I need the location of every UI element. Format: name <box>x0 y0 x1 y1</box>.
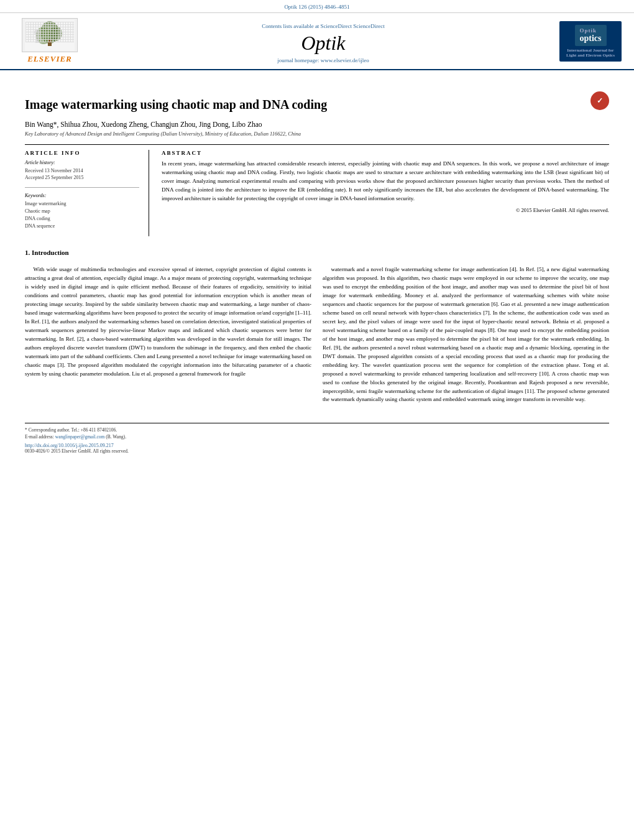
history-title: Article history: <box>25 160 139 165</box>
journal-homepage: journal homepage: www.elsevier.de/ijleo <box>87 57 559 63</box>
journal-name: Optik <box>87 32 559 55</box>
svg-point-2 <box>36 27 51 44</box>
svg-point-1 <box>40 21 59 44</box>
svg-rect-0 <box>25 20 75 51</box>
svg-point-5 <box>34 29 40 35</box>
section1-title: 1. Introduction <box>25 249 609 256</box>
keyword-2: Chaotic map <box>25 208 139 215</box>
intro-col1-text: With wide usage of multimedia technologi… <box>25 265 311 378</box>
article-info-label: ARTICLE INFO <box>25 150 139 156</box>
accepted-date: Accepted 25 September 2015 <box>25 174 139 181</box>
body-two-col: With wide usage of multimedia technologi… <box>25 265 609 404</box>
body-col-left: With wide usage of multimedia technologi… <box>25 265 311 404</box>
keyword-4: DNA sequence <box>25 223 139 230</box>
keyword-1: Image watermarking <box>25 200 139 208</box>
contents-available: Contents lists available at ScienceDirec… <box>87 19 559 32</box>
elsevier-name: ELSEVIER <box>27 54 72 64</box>
footer-issn: 0030-4026/© 2015 Elsevier GmbH. All righ… <box>25 448 609 454</box>
authors: Bin Wang*, Shihua Zhou, Xuedong Zheng, C… <box>25 121 609 128</box>
svg-rect-6 <box>35 35 39 43</box>
optik-logo-inner: Optik optics <box>575 25 607 46</box>
keywords-group: Keywords: Image watermarking Chaotic map… <box>25 193 139 230</box>
elsevier-image <box>22 18 78 52</box>
article-info: ARTICLE INFO Article history: Received 1… <box>25 150 149 236</box>
corresponding-author: * Corresponding author. Tel.: +86 411 87… <box>25 427 609 434</box>
optik-logo: Optik optics International Journal for L… <box>559 21 622 62</box>
body-col-right: watermark and a novel fragile watermarki… <box>323 265 609 404</box>
introduction-section: 1. Introduction With wide usage of multi… <box>25 249 609 404</box>
main-content: Image watermarking using chaotic map and… <box>0 70 634 466</box>
journal-title-center: Contents lists available at ScienceDirec… <box>87 19 559 63</box>
article-history-group: Article history: Received 13 November 20… <box>25 160 139 181</box>
footer-doi: http://dx.doi.org/10.1016/j.ijleo.2015.0… <box>25 443 609 448</box>
received-date: Received 13 November 2014 <box>25 167 139 174</box>
intro-col2-text: watermark and a novel fragile watermarki… <box>323 265 609 404</box>
email-note: E-mail address: wanglinpaper@gmail.com (… <box>25 434 609 441</box>
page-footer: * Corresponding author. Tel.: +86 411 87… <box>25 423 609 454</box>
abstract-section: ABSTRACT In recent years, image watermar… <box>162 150 609 236</box>
svg-point-3 <box>50 26 62 41</box>
abstract-label: ABSTRACT <box>162 150 609 156</box>
article-meta-section: ARTICLE INFO Article history: Received 1… <box>25 144 609 236</box>
svg-text:✓: ✓ <box>597 96 603 105</box>
keyword-3: DNA coding <box>25 215 139 223</box>
abstract-text: In recent years, image watermarking has … <box>162 160 609 203</box>
homepage-url: www.elsevier.de/ijleo <box>321 57 369 63</box>
keywords-title: Keywords: <box>25 193 139 198</box>
svg-rect-4 <box>48 40 52 46</box>
copyright: © 2015 Elsevier GmbH. All rights reserve… <box>162 207 609 213</box>
journal-header: ELSEVIER Contents lists available at Sci… <box>0 13 634 70</box>
doi-text: Optik 126 (2015) 4846–4851 <box>284 4 349 10</box>
article-title: Image watermarking using chaotic map and… <box>25 98 584 112</box>
elsevier-logo: ELSEVIER <box>12 18 87 64</box>
affiliation: Key Laboratory of Advanced Design and In… <box>25 131 609 137</box>
doi-bar: Optik 126 (2015) 4846–4851 <box>0 0 634 13</box>
email-address: wanglinpaper@gmail.com <box>55 434 105 440</box>
crossmark-icon: ✓ <box>590 91 609 110</box>
